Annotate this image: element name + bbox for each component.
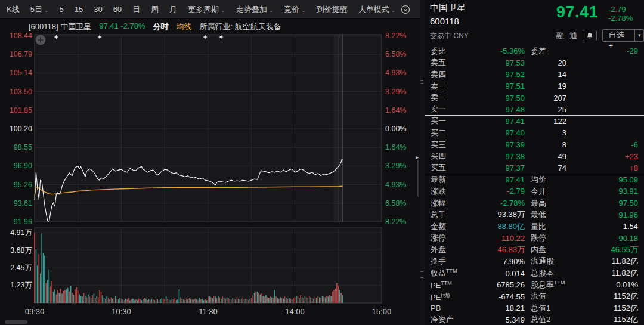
row-label-2: 流值 xyxy=(525,291,580,302)
quote-rows: 委比-5.36%委差-29卖五97.5320卖四97.5214卖三97.5119… xyxy=(425,45,644,325)
row-label-2: 量比 xyxy=(525,221,580,232)
order-book-row[interactable]: 卖三97.5119 xyxy=(425,81,644,92)
volume-axis-label: 4.91万 xyxy=(0,228,32,237)
zoom-plus-button[interactable] xyxy=(36,35,46,45)
panel-divider[interactable] xyxy=(420,0,425,325)
row-value: 97.41 xyxy=(472,175,525,184)
divider-grip-icon[interactable] xyxy=(420,271,423,278)
chevron-down-icon: ⌄ xyxy=(391,7,396,13)
row-value-2: 0.01% xyxy=(580,280,638,289)
price-axis-label: 106.79 xyxy=(0,50,32,58)
toolbar-item-周[interactable]: 周 xyxy=(145,4,164,15)
alert-bell-button[interactable] xyxy=(583,30,597,41)
stat-row: PB18.21总值11152亿 xyxy=(425,302,644,314)
row-label-2: 委差 xyxy=(525,46,580,57)
chart-stock-quote: 97.41 -2.78% xyxy=(99,21,145,32)
row-label: 涨幅 xyxy=(431,198,472,209)
row-label: PE(动) xyxy=(431,292,472,302)
row-label: 外盘 xyxy=(431,244,472,255)
tab-ma-line[interactable]: 均线 xyxy=(177,21,192,32)
change-percent: -2.78% xyxy=(608,14,633,23)
price-axis-label: 91.96 xyxy=(0,218,32,226)
toolbar-item-更多周期[interactable]: 更多周期⌄ xyxy=(182,4,231,15)
toolbar-item-5日[interactable]: 5日⌄ xyxy=(25,4,54,15)
percent-axis-label: 6.58% xyxy=(385,199,415,208)
volume-axis-label: 2.45万 xyxy=(0,264,32,272)
row-price: 97.41 xyxy=(472,117,525,126)
percent-axis-label: 1.64% xyxy=(385,143,415,151)
row-volume: 20 xyxy=(525,58,566,67)
connect-badge[interactable]: 通 xyxy=(569,30,577,41)
percent-axis-label: 4.93% xyxy=(385,181,415,189)
row-value: 46.83万 xyxy=(472,244,525,255)
chart-toolbar: K线5日⌄5153060日周月更多周期⌄走势叠加⌄竞价⌄到价提醒大单模式⌄ xyxy=(0,0,420,19)
row-price: 97.52 xyxy=(472,70,525,79)
row-label-2: 今开 xyxy=(525,186,580,197)
tab-minute-chart[interactable]: 分时 xyxy=(153,21,169,32)
toolbar-item-到价提醒[interactable]: 到价提醒 xyxy=(311,4,353,15)
toolbar-item-走势叠加[interactable]: 走势叠加⌄ xyxy=(231,4,279,15)
row-value: 0.014 xyxy=(472,269,525,278)
percent-axis-label: 8.22% xyxy=(385,218,415,226)
row-value-2: 11.82亿 xyxy=(580,268,638,278)
chevron-down-icon[interactable]: ▾ xyxy=(634,30,643,41)
order-book-row[interactable]: 卖二97.50207 xyxy=(425,92,644,104)
row-value-2: 93.91 xyxy=(580,187,638,196)
row-value: -2.79 xyxy=(472,187,525,196)
order-book-row[interactable]: 买五97.3774+8 xyxy=(425,162,644,174)
order-book-row[interactable]: 买二97.403 xyxy=(425,127,644,139)
industry-label[interactable]: 所属行业: 航空航天装备 xyxy=(200,21,281,32)
margin-badge[interactable]: 融 xyxy=(556,30,564,41)
circle-chevron-down-icon[interactable] xyxy=(401,5,410,14)
toolbar-item-月[interactable]: 月 xyxy=(164,4,182,15)
row-label: 委比 xyxy=(431,46,472,57)
row-label: PB xyxy=(431,304,472,312)
percent-axis-label: 1.64% xyxy=(385,106,415,114)
horizontal-scrollbar-thumb[interactable] xyxy=(5,320,27,324)
order-book-row[interactable]: 买四97.3849+23 xyxy=(425,150,644,162)
toolbar-item-15[interactable]: 15 xyxy=(69,5,88,14)
price-axis-label: 100.20 xyxy=(0,125,32,133)
toolbar-item-竞价[interactable]: 竞价⌄ xyxy=(278,4,311,15)
row-value-2: 1152亿 xyxy=(580,291,638,302)
volume-axis-label: 3.68万 xyxy=(0,246,32,255)
row-label-2: 总股本 xyxy=(525,268,580,278)
toolbar-item-30[interactable]: 30 xyxy=(88,5,107,14)
toolbar-item-60[interactable]: 60 xyxy=(108,5,127,14)
toolbar-item-5[interactable]: 5 xyxy=(54,5,69,14)
row-value-2: 1152亿 xyxy=(580,314,638,325)
order-book-row[interactable]: 买三97.398-6 xyxy=(425,139,644,151)
stat-row: 收益TTM0.014总股本11.82亿 xyxy=(425,267,644,279)
panel-collapse-arrow[interactable]: ▸ xyxy=(416,154,419,160)
divider-grip-icon[interactable] xyxy=(420,78,423,84)
row-volume: 19 xyxy=(525,82,566,91)
chart-stock-code-name: [600118] 中国卫星 xyxy=(29,21,91,32)
add-watchlist-button[interactable]: 自选 + ▾ xyxy=(602,29,644,42)
row-price: 97.53 xyxy=(472,58,525,67)
row-volume: 8 xyxy=(525,140,566,149)
vertical-scrollbar-thumb[interactable] xyxy=(417,160,419,197)
row-label: 卖三 xyxy=(431,81,472,92)
price-axis-label: 103.50 xyxy=(0,88,32,96)
toolbar-item-日[interactable]: 日 xyxy=(127,4,145,15)
row-price: 97.38 xyxy=(472,152,525,161)
order-book-row[interactable]: 卖四97.5214 xyxy=(425,69,644,81)
badge-row: 融 通 自选 + ▾ xyxy=(556,29,644,42)
stat-row: 外盘46.83万内盘46.55万 xyxy=(425,244,644,256)
price-axis-label: 108.44 xyxy=(0,32,32,40)
price-change: -2.79 -2.78% xyxy=(608,5,633,23)
row-value: 5.349 xyxy=(472,315,525,324)
stat-row: 总手93.38万最低91.96 xyxy=(425,209,644,221)
row-label: 买三 xyxy=(431,140,472,150)
percent-axis-label: 3.29% xyxy=(385,162,415,170)
row-label-2: 均价 xyxy=(525,174,580,185)
price-volume-chart[interactable] xyxy=(0,32,420,325)
order-book-row[interactable]: 卖一97.4825 xyxy=(425,104,644,116)
toolbar-item-K线[interactable]: K线 xyxy=(1,4,25,15)
row-volume: 14 xyxy=(525,70,566,79)
order-book-row[interactable]: 买一97.41122 xyxy=(425,116,644,128)
row-value: 18.21 xyxy=(472,304,525,312)
row-value-2: 1152亿 xyxy=(580,303,638,314)
order-book-row[interactable]: 卖五97.5320 xyxy=(425,57,644,69)
toolbar-item-大单模式[interactable]: 大单模式⌄ xyxy=(353,4,401,15)
